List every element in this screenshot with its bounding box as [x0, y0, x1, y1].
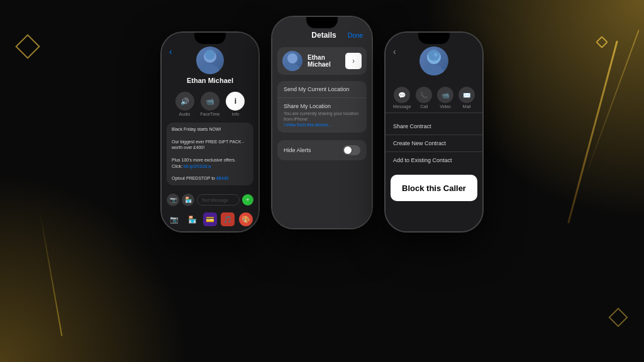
info-icon: i	[226, 92, 245, 111]
hide-alerts-toggle[interactable]	[343, 145, 360, 155]
toggle-knob	[344, 146, 352, 154]
photo-btn[interactable]: 🏪	[182, 194, 194, 206]
dot-decoration-tr	[596, 36, 608, 48]
details-section-alerts: Hide Alerts	[277, 140, 367, 160]
phone-left-screen: ‹ Ethan Michael 🔊 Audio 📹 Fac	[162, 33, 258, 231]
bg-line-right2	[584, 30, 639, 178]
msg-link[interactable]: bit.ly/2XS2d.a	[184, 164, 211, 168]
video-action-label: Video	[440, 104, 451, 109]
location-sub: You are currently sharing your location …	[284, 111, 360, 128]
svg-point-2	[205, 50, 215, 60]
svg-point-5	[423, 65, 445, 75]
video-action-btn[interactable]: 📹 Video	[437, 87, 453, 109]
phone-center-screen: Details Done Ethan Michael › Send My Cur…	[272, 17, 372, 228]
call-action-btn[interactable]: 📞 Call	[416, 87, 432, 109]
notch-left	[194, 33, 226, 44]
bg-line-left	[40, 212, 63, 336]
info-btn[interactable]: i info	[226, 92, 245, 116]
call-action-icon: 📞	[416, 87, 432, 103]
bg-line-right	[567, 41, 618, 224]
notch-center	[306, 17, 338, 28]
svg-point-0	[200, 64, 220, 74]
phones-container: ‹ Ethan Michael 🔊 Audio 📹 Fac	[160, 13, 484, 233]
right-actions-row: 💬 Message 📞 Call 📹 Video ✉️ Mail	[386, 83, 482, 113]
left-contact-name: Ethan Michael	[187, 77, 233, 84]
msg-line2: Our biggest ever FREE GIFT PACK - worth …	[172, 139, 248, 151]
notch-right	[418, 33, 450, 44]
share-location-label[interactable]: Share My Location	[284, 103, 360, 109]
chevron-btn[interactable]: ›	[345, 53, 362, 69]
share-contract-item[interactable]: Share Contract	[386, 118, 482, 135]
facetime-btn[interactable]: 📹 FaceTime	[201, 92, 220, 116]
text-message-input[interactable]: Text Message	[197, 194, 240, 206]
msg-line1: Black Friday starts NOW!	[172, 126, 248, 133]
details-section-location: Send My Current Location Share My Locati…	[277, 81, 367, 133]
phone-right-screen: ‹ 💬 Message 📞 Call	[386, 33, 482, 231]
call-action-label: Call	[420, 104, 428, 109]
hide-alerts-row: Hide Alerts	[277, 140, 367, 160]
send-location-item[interactable]: Send My Current Location	[277, 81, 367, 98]
diamond-decoration-tl	[15, 34, 40, 59]
audio-label: Audio	[179, 112, 191, 116]
mail-action-label: Mail	[463, 104, 471, 109]
right-avatar	[419, 47, 448, 75]
phone-right: ‹ 💬 Message 📞 Call	[384, 31, 484, 233]
phone-left: ‹ Ethan Michael 🔊 Audio 📹 Fac	[160, 31, 260, 233]
input-placeholder: Text Message	[201, 198, 228, 202]
audio-btn[interactable]: 🔊 Audio	[175, 92, 194, 116]
camera-btn[interactable]: 📷	[167, 194, 179, 206]
avatar-left	[196, 47, 224, 74]
back-btn-right[interactable]: ‹	[393, 47, 396, 57]
audio-icon: 🔊	[175, 92, 194, 111]
mail-action-btn[interactable]: ✉️ Mail	[458, 87, 475, 109]
diamond-decoration-br	[608, 307, 628, 327]
optout-link[interactable]: 88440	[216, 176, 228, 180]
details-done-btn[interactable]: Done	[348, 32, 363, 39]
facetime-icon: 📹	[201, 92, 219, 111]
details-avatar	[282, 51, 303, 71]
msg-line3: Plus 100's more exclusive offers.Click: …	[172, 157, 248, 170]
send-btn[interactable]: +	[242, 194, 253, 206]
facetime-label: FaceTime	[201, 112, 220, 116]
back-arrow-left[interactable]: ‹	[169, 47, 172, 57]
svg-point-7	[428, 50, 440, 61]
hide-alerts-label: Hide Alerts	[284, 147, 311, 153]
input-bar: 📷 🏪 Text Message +	[167, 194, 253, 206]
details-contact-row[interactable]: Ethan Michael ›	[277, 47, 367, 75]
svg-point-8	[434, 53, 438, 57]
dock-row: 📷 🏪 💳 🎵 🎨	[162, 210, 258, 231]
block-caller-label: Block this Caller	[402, 184, 466, 193]
share-location-item: Share My Location You are currently shar…	[277, 98, 367, 133]
message-bubble: Black Friday starts NOW! Our biggest eve…	[167, 123, 253, 185]
view-location-link[interactable]: >View from this device...	[284, 123, 331, 127]
right-menu-items: Share Contract Create New Contract Add t…	[386, 116, 482, 171]
create-contract-item[interactable]: Create New Contract	[386, 135, 482, 152]
message-action-label: Message	[393, 104, 411, 109]
info-label: info	[232, 112, 239, 116]
msg-optout: Optout PREDSTOP to 88440	[172, 175, 248, 182]
message-action-btn[interactable]: 💬 Message	[393, 87, 411, 109]
dock-icon-3[interactable]: 💳	[203, 212, 217, 226]
phone-center: Details Done Ethan Michael › Send My Cur…	[271, 16, 373, 229]
video-action-icon: 📹	[437, 87, 453, 103]
block-caller-card[interactable]: Block this Caller	[391, 175, 477, 201]
left-action-buttons: 🔊 Audio 📹 FaceTime i info	[162, 88, 258, 120]
dock-icon-1[interactable]: 📷	[167, 212, 181, 226]
dock-icon-2[interactable]: 🏪	[186, 212, 199, 226]
mail-action-icon: ✉️	[458, 87, 475, 103]
svg-point-3	[285, 63, 300, 71]
svg-point-4	[287, 53, 297, 63]
left-bottom-bar: 📷 🏪 Text Message +	[162, 190, 258, 210]
message-action-icon: 💬	[394, 87, 410, 103]
dock-icon-5[interactable]: 🎨	[239, 212, 253, 226]
dock-icon-4[interactable]: 🎵	[221, 212, 235, 226]
details-title: Details	[300, 31, 348, 40]
add-contact-item[interactable]: Add to Existing Contact	[386, 152, 482, 168]
details-contact-name: Ethan Michael	[308, 54, 345, 68]
